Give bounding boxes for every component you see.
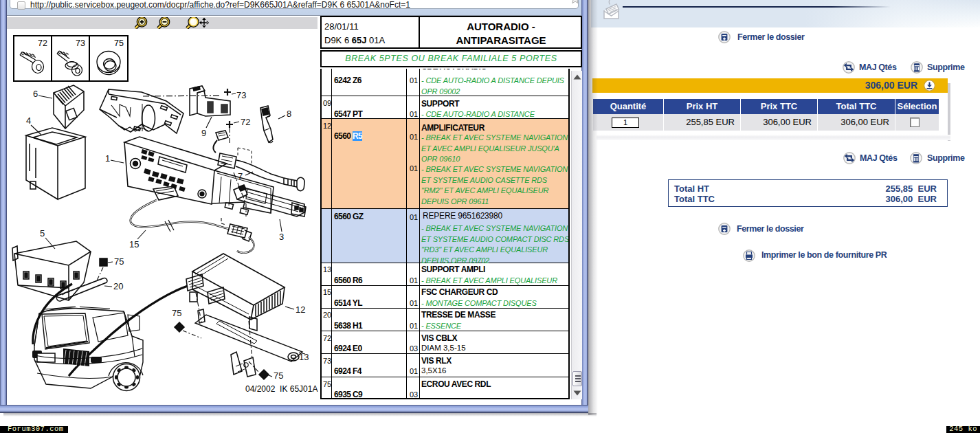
- svg-text:12: 12: [296, 304, 305, 315]
- svg-text:73: 73: [236, 90, 246, 100]
- svg-text:75: 75: [274, 370, 283, 381]
- svg-text:5: 5: [40, 228, 45, 238]
- svg-text:72: 72: [38, 38, 47, 48]
- svg-text:3: 3: [279, 232, 284, 242]
- svg-text:72: 72: [241, 117, 250, 127]
- svg-text:75: 75: [114, 256, 124, 267]
- svg-text:75: 75: [172, 308, 181, 318]
- svg-text:75: 75: [114, 38, 124, 48]
- svg-text:1: 1: [105, 153, 110, 164]
- svg-text:73: 73: [76, 38, 85, 48]
- svg-text:8: 8: [287, 109, 291, 119]
- svg-text:15: 15: [129, 239, 139, 249]
- svg-text:20: 20: [113, 281, 123, 291]
- svg-text:6: 6: [33, 89, 38, 99]
- svg-text:9: 9: [201, 128, 206, 138]
- svg-text:4: 4: [26, 115, 31, 126]
